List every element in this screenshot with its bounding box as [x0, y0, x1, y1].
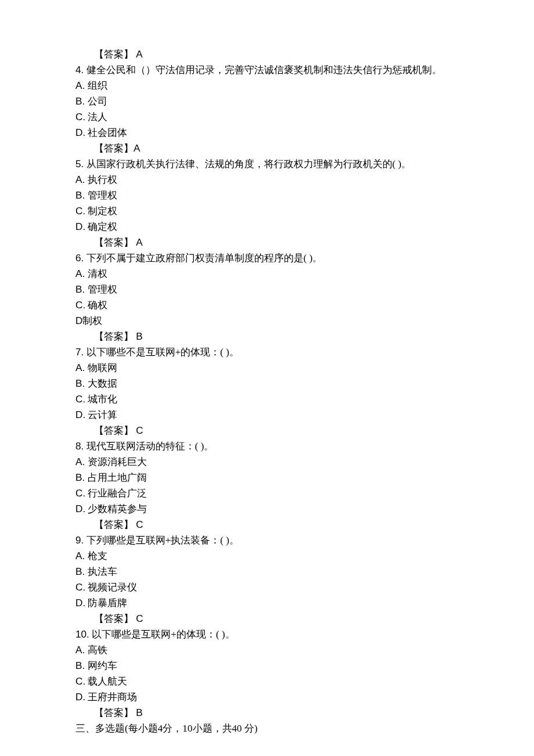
- question-block: 8. 现代互联网活动的特征：( )。 A. 资源消耗巨大 B. 占用土地广阔 C…: [75, 438, 476, 532]
- answer-label: 【答案】: [94, 425, 134, 436]
- option: C. 视频记录仪: [75, 579, 476, 595]
- section-header: 三、多选题(每小题4分，10小题，共40 分): [75, 721, 476, 736]
- option-text: 执法车: [88, 566, 117, 577]
- question-number: 5.: [75, 158, 84, 170]
- option-text: 确权: [88, 300, 107, 311]
- question-block: 10. 以下哪些是互联网+的体现：( )。 A. 高铁 B. 网约车 C. 载人…: [75, 627, 476, 721]
- question-text: 健全公民和（）守法信用记录，完善守法诚信褒奖机制和违法失信行为惩戒机制。: [86, 64, 442, 75]
- option: A. 资源消耗巨大: [75, 454, 476, 470]
- option: D. 防暴盾牌: [75, 595, 476, 611]
- option-letter: A.: [75, 644, 85, 656]
- question-text: 以下哪些是互联网+的体现：( )。: [92, 629, 234, 640]
- option: A. 物联网: [75, 360, 476, 376]
- option-text: 行业融合广泛: [88, 488, 147, 499]
- question-stem: 6. 下列不属于建立政府部门权责清单制度的程序的是( )。: [75, 250, 476, 266]
- option-text: 法人: [88, 111, 107, 123]
- option: C. 制定权: [75, 203, 476, 219]
- answer-label: 【答案】: [94, 519, 134, 530]
- question-number: 4.: [75, 64, 84, 75]
- option-text: 组织: [88, 80, 107, 91]
- option-text: 城市化: [88, 394, 117, 405]
- option-letter: B.: [75, 471, 85, 483]
- document-page: 【答案】 A 4. 健全公民和（）守法信用记录，完善守法诚信褒奖机制和违法失信行…: [0, 0, 534, 756]
- question-text: 下列哪些是互联网+执法装备：( )。: [86, 535, 239, 546]
- option: B. 执法车: [75, 564, 476, 579]
- option-letter: B.: [75, 189, 85, 201]
- option-letter: C.: [75, 299, 85, 311]
- option: D. 云计算: [75, 407, 476, 423]
- option: C. 城市化: [75, 391, 476, 407]
- option-letter: B.: [75, 377, 85, 389]
- section-header-text: 三、多选题(每小题4分，10小题，共40 分): [75, 723, 258, 734]
- option-letter: A.: [75, 80, 85, 91]
- question-number: 6.: [75, 252, 84, 264]
- option: C. 行业融合广泛: [75, 485, 476, 501]
- answer-label: 【答案】: [94, 331, 134, 342]
- option-text: 载人航天: [88, 676, 127, 687]
- option-text: 确定权: [88, 221, 117, 232]
- option-text: 少数精英参与: [88, 503, 147, 514]
- answer-value: B: [136, 707, 142, 718]
- option-letter: C.: [75, 675, 85, 687]
- answer-line: 【答案】 A: [75, 235, 476, 250]
- answer-value: C: [136, 519, 143, 530]
- option: B. 占用土地广阔: [75, 470, 476, 485]
- question-text: 从国家行政机关执行法律、法规的角度，将行政权力理解为行政机关的( )。: [86, 159, 412, 170]
- question-number: 9.: [75, 534, 84, 546]
- option: A. 枪支: [75, 548, 476, 564]
- prev-answer-line: 【答案】 A: [75, 46, 476, 62]
- answer-value: A: [136, 48, 142, 60]
- question-number: 7.: [75, 346, 84, 358]
- option: A. 执行权: [75, 172, 476, 188]
- option: D. 社会团体: [75, 125, 476, 141]
- option-letter: A.: [75, 268, 85, 279]
- option: B. 管理权: [75, 188, 476, 203]
- option: D. 少数精英参与: [75, 501, 476, 517]
- answer-line: 【答案】A: [75, 141, 476, 156]
- option-text: 公司: [88, 96, 107, 107]
- question-text: 以下哪些不是互联网+的体现：( )。: [86, 347, 239, 358]
- answer-value: C: [136, 613, 143, 624]
- option: B. 管理权: [75, 282, 476, 297]
- option: A. 清权: [75, 266, 476, 282]
- option: D. 确定权: [75, 219, 476, 235]
- question-number: 8.: [75, 440, 84, 452]
- option-letter: C.: [75, 393, 85, 405]
- option: B. 公司: [75, 93, 476, 109]
- option-letter: D: [75, 315, 82, 326]
- option-text: 视频记录仪: [88, 582, 137, 593]
- option-text: 清权: [88, 268, 107, 279]
- answer-label: 【答案】: [94, 237, 134, 248]
- option-letter: B.: [75, 566, 85, 577]
- option: A. 高铁: [75, 642, 476, 658]
- option: C. 载人航天: [75, 674, 476, 689]
- option-letter: D.: [75, 221, 85, 232]
- answer-line: 【答案】 B: [75, 705, 476, 721]
- answer-value: A: [134, 142, 140, 154]
- question-block: 7. 以下哪些不是互联网+的体现：( )。 A. 物联网 B. 大数据 C. 城…: [75, 344, 476, 438]
- option: C. 确权: [75, 297, 476, 313]
- option: B. 网约车: [75, 658, 476, 674]
- option-text: 占用土地广阔: [88, 472, 147, 483]
- option: A. 组织: [75, 78, 476, 93]
- question-block: 5. 从国家行政机关执行法律、法规的角度，将行政权力理解为行政机关的( )。 A…: [75, 156, 476, 250]
- option-letter: C.: [75, 581, 85, 593]
- option-letter: B.: [75, 283, 85, 295]
- question-stem: 10. 以下哪些是互联网+的体现：( )。: [75, 627, 476, 642]
- answer-label: 【答案】: [94, 613, 134, 624]
- option-text: 高铁: [88, 645, 107, 656]
- option-letter: C.: [75, 111, 85, 123]
- option-letter: A.: [75, 174, 85, 185]
- option: B. 大数据: [75, 376, 476, 391]
- answer-line: 【答案】 C: [75, 423, 476, 438]
- option-text: 资源消耗巨大: [88, 456, 147, 467]
- question-block: 6. 下列不属于建立政府部门权责清单制度的程序的是( )。 A. 清权 B. 管…: [75, 250, 476, 344]
- option-text: 社会团体: [88, 127, 127, 138]
- question-stem: 8. 现代互联网活动的特征：( )。: [75, 438, 476, 454]
- question-stem: 5. 从国家行政机关执行法律、法规的角度，将行政权力理解为行政机关的( )。: [75, 156, 476, 172]
- answer-label: 【答案】: [94, 707, 134, 718]
- answer-label: 【答案】: [94, 143, 134, 154]
- option-text: 网约车: [88, 660, 117, 671]
- answer-label: 【答案】: [94, 49, 134, 60]
- option-letter: D.: [75, 127, 85, 138]
